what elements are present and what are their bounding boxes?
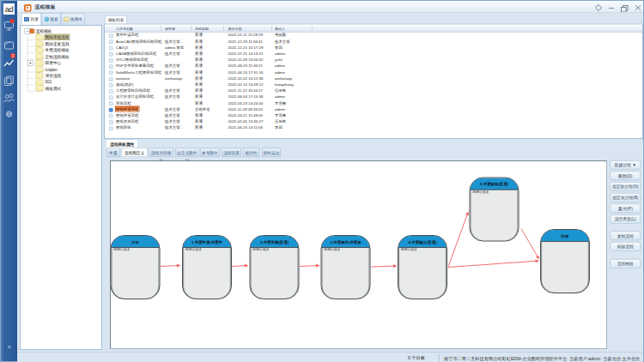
svg-text:≡: ≡ — [7, 344, 10, 350]
